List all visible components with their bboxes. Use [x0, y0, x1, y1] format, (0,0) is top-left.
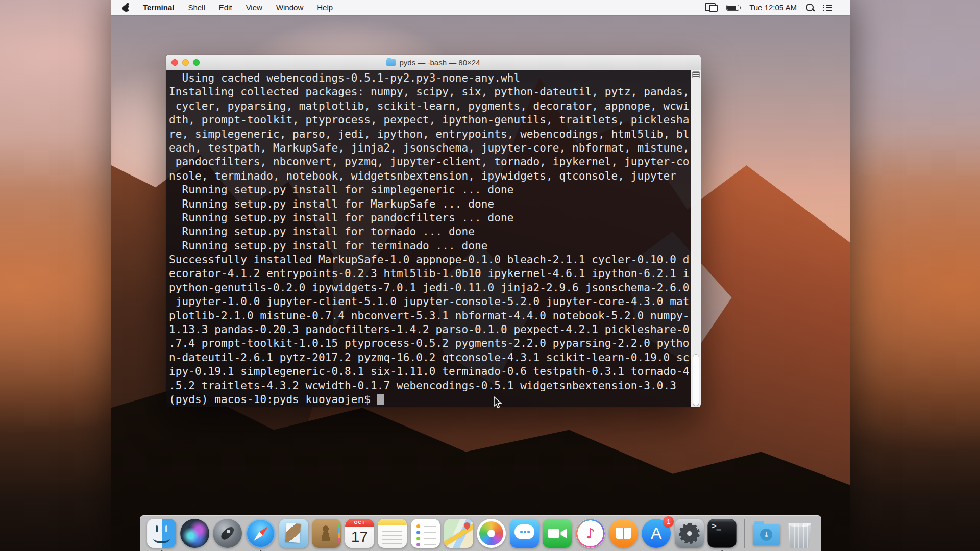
menu-shell[interactable]: Shell — [188, 3, 205, 12]
terminal-line: Running setup.py install for simplegener… — [169, 183, 690, 197]
battery-icon[interactable] — [726, 5, 739, 11]
dock-terminal-app[interactable]: >_ — [707, 519, 737, 548]
menu-bar: TerminalShellEditViewWindowHelp Tue 12:0… — [111, 0, 850, 15]
split-pane-button[interactable] — [692, 71, 700, 78]
scrollbar-track[interactable] — [691, 70, 701, 407]
terminal-line: cycler, pyparsing, matplotlib, scikit-le… — [169, 99, 690, 113]
safari-icon — [246, 519, 275, 548]
terminal-line: plotlib-2.1.0 mistune-0.7.4 nbconvert-5.… — [169, 309, 690, 323]
menu-help[interactable]: Help — [317, 3, 333, 12]
dock-appstore[interactable]: A1 — [642, 519, 671, 548]
dock-ibooks[interactable] — [609, 519, 638, 548]
terminal-line: python-genutils-0.2.0 ipywidgets-7.0.1 j… — [169, 281, 690, 295]
dock-sysprefs[interactable] — [675, 519, 704, 548]
photos-icon — [477, 519, 506, 548]
terminal-line: Running setup.py install for tornado ...… — [169, 225, 690, 239]
menu-bar-status: Tue 12:05 AM — [705, 3, 850, 12]
terminal-line: Successfully installed MarkupSafe-1.0 ap… — [169, 253, 690, 267]
calendar-icon-glyph: 17 — [345, 525, 374, 548]
close-button[interactable] — [172, 59, 178, 66]
dock-itunes[interactable]: ♪ — [576, 519, 605, 548]
terminal-line: ecorator-4.1.2 entrypoints-0.2.3 html5li… — [169, 267, 690, 281]
apple-menu-icon[interactable] — [122, 3, 130, 12]
terminal-line: dth, prompt-toolkit, ptyprocess, pexpect… — [169, 113, 690, 127]
dock-launchpad[interactable] — [213, 519, 242, 548]
dock-maps[interactable] — [444, 519, 473, 548]
window-title-text: pyds — -bash — 80×24 — [399, 58, 480, 67]
downloads-icon-glyph: ↓ — [761, 529, 773, 541]
terminal-line: .5.2 traitlets-4.3.2 wcwidth-0.1.7 weben… — [169, 379, 690, 393]
dock-siri[interactable] — [180, 519, 209, 548]
facetime-icon — [543, 519, 572, 548]
shell-prompt: (pyds) macos-10:pyds kuoyaojen$ — [169, 393, 377, 406]
terminal-line: n-dateutil-2.6.1 pytz-2017.2 pyzmq-16.0.… — [169, 351, 690, 365]
dock-photos[interactable] — [477, 519, 506, 548]
terminal-output: Using cached webencodings-0.5.1-py2.py3-… — [169, 71, 690, 407]
menu-terminal[interactable]: Terminal — [143, 3, 174, 12]
dock-reminders[interactable] — [411, 519, 440, 548]
terminal-line: Using cached webencodings-0.5.1-py2.py3-… — [169, 71, 690, 85]
terminal-line: Running setup.py install for terminado .… — [169, 239, 690, 253]
dock: OCT17♪A1>_↓ — [140, 515, 822, 551]
terminal-content[interactable]: Using cached webencodings-0.5.1-py2.py3-… — [166, 70, 701, 407]
terminal-line: each, testpath, MarkupSafe, jinja2, json… — [169, 141, 690, 155]
menu-bar-clock[interactable]: Tue 12:05 AM — [749, 3, 797, 12]
finder-icon — [147, 519, 176, 548]
itunes-icon-glyph: ♪ — [576, 519, 605, 548]
trash-icon — [785, 519, 814, 548]
downloads-icon: ↓ — [752, 519, 781, 548]
dock-trash[interactable] — [785, 519, 814, 548]
scrollbar-thumb[interactable] — [693, 354, 699, 406]
terminal-line: pandocfilters, nbconvert, pyzmq, jupyter… — [169, 155, 690, 169]
terminal-line: jupyter-1.0.0 jupyter-client-5.1.0 jupyt… — [169, 295, 690, 309]
terminal-app-icon: >_ — [707, 519, 737, 548]
calendar-icon: OCT17 — [345, 519, 374, 548]
terminal-window: pyds — -bash — 80×24 Using cached webenc… — [166, 55, 701, 407]
terminal-app-icon-glyph: >_ — [712, 521, 721, 531]
dock-notes[interactable] — [378, 519, 407, 548]
spotlight-search-icon[interactable] — [805, 3, 814, 12]
terminal-line: ipy-0.19.1 simplegeneric-0.8.1 six-1.11.… — [169, 365, 690, 379]
terminal-line: Running setup.py install for MarkupSafe … — [169, 197, 690, 211]
minimize-button[interactable] — [182, 59, 189, 66]
terminal-line: re, simplegeneric, parso, jedi, ipython,… — [169, 128, 690, 141]
maps-icon — [444, 519, 473, 548]
terminal-cursor — [377, 394, 384, 405]
appstore-notification-badge: 1 — [663, 516, 674, 527]
itunes-icon: ♪ — [576, 519, 605, 548]
reminders-icon — [411, 519, 440, 548]
menu-window[interactable]: Window — [276, 3, 303, 12]
desktop-screen: TerminalShellEditViewWindowHelp Tue 12:0… — [111, 0, 850, 551]
window-title: pyds — -bash — 80×24 — [166, 55, 701, 70]
notes-icon — [378, 519, 407, 548]
launchpad-icon — [213, 519, 242, 548]
dock-safari[interactable] — [246, 519, 275, 548]
menu-view[interactable]: View — [246, 3, 262, 12]
dock-finder[interactable] — [147, 519, 176, 548]
contacts-icon — [312, 519, 341, 548]
terminal-line: Running setup.py install for pandocfilte… — [169, 211, 690, 225]
dock-facetime[interactable] — [543, 519, 572, 548]
terminal-line: 1.13.3 pandas-0.20.3 pandocfilters-1.4.2… — [169, 323, 690, 337]
dock-separator — [744, 519, 745, 548]
dock-items: OCT17♪A1>_↓ — [145, 519, 816, 548]
mail-icon — [279, 519, 308, 548]
sysprefs-icon — [675, 519, 704, 548]
terminal-line: nsole, terminado, notebook, widgetsnbext… — [169, 169, 690, 183]
notification-center-icon[interactable] — [823, 4, 832, 11]
dock-messages[interactable] — [510, 519, 539, 548]
zoom-button[interactable] — [193, 59, 200, 66]
apple-logo-bite — [128, 7, 132, 10]
dock-calendar[interactable]: OCT17 — [345, 519, 374, 548]
dock-mail[interactable] — [279, 519, 308, 548]
menu-edit[interactable]: Edit — [219, 3, 232, 12]
traffic-lights — [172, 59, 200, 66]
folder-icon — [386, 59, 396, 66]
ibooks-icon — [609, 519, 638, 548]
terminal-prompt-line: (pyds) macos-10:pyds kuoyaojen$ — [169, 393, 690, 407]
mouse-cursor — [491, 396, 503, 409]
dock-contacts[interactable] — [312, 519, 341, 548]
dock-downloads[interactable]: ↓ — [752, 519, 781, 548]
display-mirroring-icon[interactable] — [705, 3, 718, 12]
window-title-bar[interactable]: pyds — -bash — 80×24 — [166, 55, 701, 70]
